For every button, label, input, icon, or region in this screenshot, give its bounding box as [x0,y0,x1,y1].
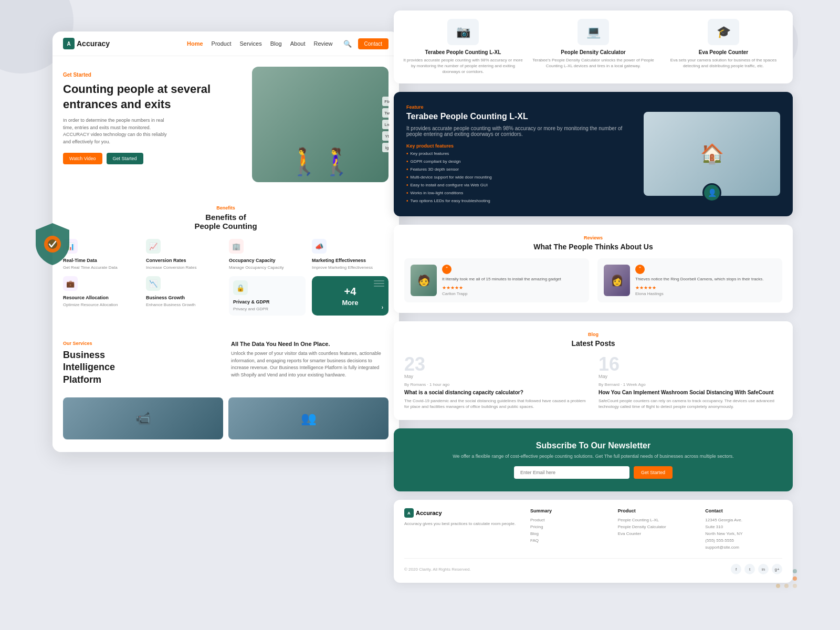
benefits-grid-row2: 💼 Resource Allocation Optimize Resource … [63,276,388,316]
nav-about[interactable]: About [290,40,306,47]
product-desc-3: Eva sets your camera solution for busine… [663,57,784,69]
footer-col-product-title: Product [618,508,695,513]
footer-social-gp[interactable]: g+ [772,564,782,574]
nav-blog[interactable]: Blog [270,40,282,47]
shield-decoration [32,220,74,270]
quote-icon-2: " [635,265,645,274]
footer-bottom: © 2020 Clarity. All Rights Reserved. f t… [404,558,782,574]
social-tw[interactable]: Tw [382,108,392,118]
hero-desc: In order to determine the people numbers… [63,117,168,145]
benefits-section: Benefits Benefits ofPeople Counting 📊 Re… [52,193,399,328]
product-name-1: Terabee People Counting L-XL [425,49,501,55]
post-1-month: May [404,374,588,379]
social-yt[interactable]: Yt [382,131,392,141]
feature-item-0: Key product features [406,151,631,156]
get-started-button[interactable]: Get Started [107,153,143,164]
testimonial-name-2: Elona Hastings [635,291,776,296]
feature-list: Key product features GDPR compliant by d… [406,151,631,204]
testimonial-content-2: " Thieves notice the Ring Doorbell Camer… [635,265,776,296]
nav-services[interactable]: Services [239,40,261,47]
footer-col-summary-title: Summary [530,508,607,513]
footer-section: A Accuracy Accuracy gives you best pract… [394,500,793,583]
footer-col-contact-title: Contact [705,508,782,513]
footer-link-pricing[interactable]: Pricing [530,524,607,529]
watch-video-button[interactable]: Watch Video [63,153,102,164]
more-count: +4 [344,286,356,298]
benefit-title-occupancy: Occupancy Capacity [229,258,306,263]
benefits-tag: Benefits [63,205,388,211]
services-tag: Our Services [63,341,220,346]
feature-text: Feature Terabee People Counting L-XL It … [406,104,631,204]
testimonial-text-2: Thieves notice the Ring Doorbell Camera,… [635,276,776,282]
hero-buttons: Watch Video Get Started [63,153,252,164]
footer-social-tw[interactable]: t [744,564,755,574]
footer-link-density[interactable]: People Density Calculator [618,524,695,529]
hero-image-inner: 🚶🚶‍♀️ [252,67,388,182]
footer-top: A Accuracy Accuracy gives you best pract… [404,508,782,552]
avatar-1: 🧑 [411,265,437,296]
testimonial-1: 🧑 " It literally took me all of 15 minut… [404,258,589,302]
benefit-desc-resource: Optimize Resource Allocation [63,302,140,307]
nav-review[interactable]: Review [313,40,332,47]
footer-link-product[interactable]: Product [530,518,607,522]
posts-tag: Blog [404,332,782,337]
product-name-3: Eva People Counter [699,49,748,55]
newsletter-section: Subscribe To Our Newsletter We offer a f… [394,428,793,491]
benefit-icon-marketing: 📣 [312,239,327,254]
newsletter-submit-button[interactable]: Get Started [634,466,673,479]
benefit-title-privacy: Privacy & GDPR [233,299,301,304]
services-right-desc: Unlock the power of your visitor data wi… [231,350,388,379]
service-img-1-inner: 📹 [63,397,223,439]
feature-section: Feature Terabee People Counting L-XL It … [394,92,793,216]
footer-link-lxl[interactable]: People Counting L-XL [618,518,695,522]
newsletter-email-input[interactable] [514,466,629,479]
search-icon[interactable]: 🔍 [343,40,352,48]
benefit-resource: 💼 Resource Allocation Optimize Resource … [63,276,140,316]
posts-title: Latest Posts [404,339,782,348]
post-2-excerpt: SafeCount people counters can rely on ca… [598,398,782,410]
footer-col-summary: Summary Product Pricing Blog FAQ [530,508,607,552]
post-1-meta: By Romans · 1 hour ago [404,382,588,387]
footer-link-eva[interactable]: Eva Counter [618,531,695,536]
more-benefits-card[interactable]: +4 More › [312,276,388,316]
footer-socials: f t in g+ [731,564,782,574]
newsletter-desc: We offer a flexible range of cost-effect… [406,454,780,459]
contact-button[interactable]: Contact [358,38,388,49]
footer-address-3: North New York, NY [705,531,782,536]
feature-image: 🏠 👤 [644,112,780,196]
footer-social-fb[interactable]: f [731,564,741,574]
social-fb[interactable]: Fb [382,97,392,106]
footer-link-blog[interactable]: Blog [530,531,607,536]
benefit-desc-conversion: Increase Conversion Rates [146,265,223,270]
newsletter-title: Subscribe To Our Newsletter [406,441,780,450]
footer-brand-desc: Accuracy gives you best practices to cal… [404,521,520,527]
product-3: 🎓 Eva People Counter Eva sets your camer… [663,19,784,75]
footer-social-in[interactable]: in [758,564,769,574]
testimonial-2: 👩 " Thieves notice the Ring Doorbell Cam… [597,258,782,302]
nav-product[interactable]: Product [212,40,232,47]
social-ln[interactable]: Ln [382,120,392,129]
feature-tag: Feature [406,104,631,110]
product-desc-2: Terabee's People Density Calculator unlo… [532,57,654,69]
hero-text: Get Started Counting people at several e… [63,67,252,182]
benefit-icon-privacy: 🔒 [233,280,248,295]
logo-icon: A [63,38,75,49]
footer-email[interactable]: support@site.com [705,545,782,550]
stars-2: ★★★★★ [635,285,776,290]
benefit-desc-occupancy: Manage Occupancy Capacity [229,265,306,270]
social-ig[interactable]: Ig [382,143,392,152]
service-img-2-inner: 👥 [228,397,388,439]
testimonials-tag: Reviews [404,235,782,240]
service-img-1: 📹 [63,397,223,439]
feature-item-1: GDPR compliant by design [406,159,631,164]
footer-col-contact: Contact 12345 Georgia Ave. Suite 310 Nor… [705,508,782,552]
footer-link-faq[interactable]: FAQ [530,538,607,543]
feature-title: Terabee People Counting L-XL [406,112,631,121]
testimonial-content-1: " It literally took me all of 15 minutes… [442,265,583,296]
left-website-panel: A Accuracy Home Product Services Blog Ab… [52,32,399,452]
nav-home[interactable]: Home [187,40,203,47]
arrow-icon: › [382,304,383,310]
navbar: A Accuracy Home Product Services Blog Ab… [52,32,399,56]
post-1-day: 23 [404,355,588,374]
footer-logo-icon: A [404,508,414,518]
